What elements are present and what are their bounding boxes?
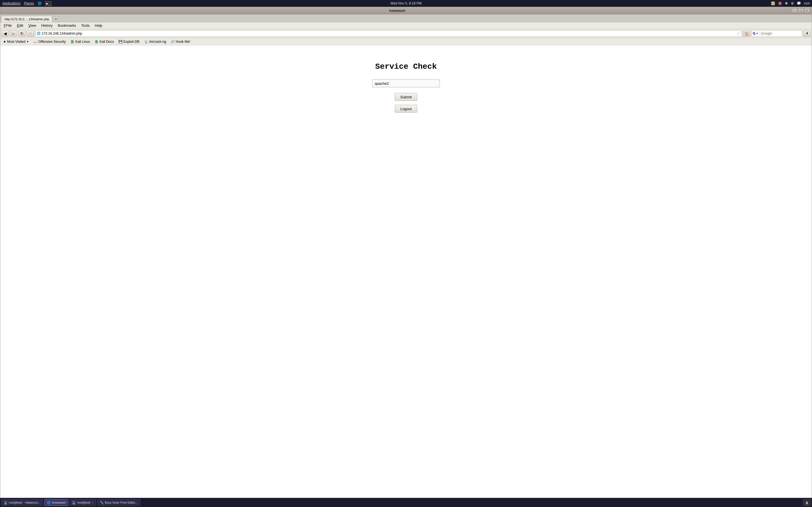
- view-menu[interactable]: View: [26, 23, 38, 28]
- file-menu[interactable]: FFile: [1, 23, 14, 28]
- tabs-bar: http://172.16.2.....134/admin.php +: [0, 14, 812, 22]
- edit-menu[interactable]: Edit: [15, 23, 26, 28]
- service-input[interactable]: [372, 79, 440, 87]
- bookmark-icon: 🔗: [170, 40, 175, 44]
- search-engine-label: G: [753, 32, 755, 36]
- dropdown-icon: ▼: [26, 40, 29, 43]
- bookmark-icon: 🐉: [94, 40, 99, 44]
- bookmark-label: Kali Linux: [75, 40, 90, 44]
- page-heading: Service Check: [375, 62, 437, 71]
- system-bar: Applications Places 🌐 ▶_ Wed Nov 5, 8:18…: [0, 0, 812, 7]
- volume-icon: 🔇: [778, 1, 782, 5]
- bookmarks-menu[interactable]: Bookmarks: [56, 23, 79, 28]
- address-bar-container: 🌐 ☆: [35, 30, 742, 37]
- search-engine-dropdown-icon[interactable]: ▼: [756, 32, 758, 35]
- bookmark-aircrack-ng[interactable]: 📡 Aircrack-ng: [143, 39, 167, 44]
- bookmark-exploit-db[interactable]: 💾 Exploit-DB: [117, 39, 141, 44]
- downloads-button[interactable]: ⬇: [803, 30, 811, 37]
- display-icon: 🖥: [791, 1, 794, 5]
- close-button[interactable]: ×: [804, 8, 809, 13]
- bookmark-icon: 💾: [118, 40, 123, 44]
- bookmark-star-icon[interactable]: ☆: [737, 31, 741, 36]
- minimize-button[interactable]: −: [792, 8, 797, 13]
- secure-icon: 🌐: [37, 32, 41, 35]
- username-label: root: [804, 1, 810, 5]
- home-button[interactable]: 🏠: [743, 30, 750, 37]
- bookmark-kali-linux[interactable]: 🐉 Kali Linux: [69, 39, 91, 44]
- search-bar-container: G ▼ 🔍: [751, 30, 802, 37]
- menu-bar: FFile Edit View History Bookmarks Tools …: [0, 22, 812, 29]
- stop-button[interactable]: ✕: [27, 30, 34, 37]
- bluetooth-icon: ✱: [785, 1, 788, 5]
- page-content: Service Check Submit Logout: [0, 45, 812, 498]
- address-input[interactable]: [42, 32, 735, 36]
- globe-icon[interactable]: 🌐: [38, 1, 42, 5]
- browser-window: Iceweasel − □ × http://172.16.2.....134/…: [0, 7, 812, 498]
- tab-label: http://172.16.2.....134/admin.php: [4, 17, 49, 21]
- places-menu[interactable]: Places: [24, 1, 34, 5]
- bookmark-label: Most Visited: [7, 40, 26, 44]
- window-title: Iceweasel: [3, 9, 792, 13]
- new-tab-button[interactable]: +: [53, 16, 58, 21]
- help-menu[interactable]: Help: [93, 23, 105, 28]
- maximize-button[interactable]: □: [798, 8, 803, 13]
- title-bar: Iceweasel − □ ×: [0, 7, 812, 14]
- bookmark-icon: 📡: [144, 40, 148, 44]
- system-datetime: Wed Nov 5, 8:18 PM: [391, 1, 422, 5]
- forward-button[interactable]: ▶: [10, 30, 17, 37]
- bookmark-label: Kali Docs: [100, 40, 114, 44]
- bookmark-icon: 🐉: [70, 40, 74, 44]
- active-tab[interactable]: http://172.16.2.....134/admin.php: [1, 16, 52, 22]
- bookmark-most-visited[interactable]: ★ Most Visited ▼: [2, 39, 30, 44]
- bookmark-icon: 📖: [33, 40, 38, 44]
- back-button[interactable]: ◀: [1, 30, 9, 37]
- bookmark-icon: ★: [3, 40, 6, 44]
- history-menu[interactable]: History: [39, 23, 55, 28]
- search-input[interactable]: [761, 32, 803, 36]
- nav-bar: ◀ ▶ ↻ ✕ 🌐 ☆ 🏠 G ▼ 🔍 ⬇: [0, 29, 812, 38]
- bookmark-label: Aircrack-ng: [149, 40, 166, 44]
- tools-menu[interactable]: Tools: [79, 23, 92, 28]
- search-engine-badge[interactable]: G ▼: [753, 32, 760, 36]
- bookmark-label: Hook Me!: [175, 40, 190, 44]
- bookmark-label: Exploit-DB: [123, 40, 140, 44]
- bookmark-label: Offensive Security: [38, 40, 66, 44]
- bookmark-hook-me[interactable]: 🔗 Hook Me!: [169, 39, 191, 44]
- network-icon: 🖼️: [771, 1, 775, 5]
- bookmark-kali-docs[interactable]: 🐉 Kali Docs: [93, 39, 115, 44]
- chat-icon: 💬: [797, 1, 801, 5]
- bookmark-offensive-security[interactable]: 📖 Offensive Security: [32, 39, 67, 44]
- reload-button[interactable]: ↻: [18, 30, 26, 37]
- bookmarks-bar: ★ Most Visited ▼ 📖 Offensive Security 🐉 …: [0, 38, 812, 45]
- submit-button[interactable]: Submit: [395, 93, 417, 101]
- logout-button[interactable]: Logout: [395, 105, 417, 113]
- applications-menu[interactable]: Applications: [2, 1, 20, 5]
- window-controls: − □ ×: [792, 8, 809, 13]
- terminal-icon[interactable]: ▶_: [45, 1, 52, 6]
